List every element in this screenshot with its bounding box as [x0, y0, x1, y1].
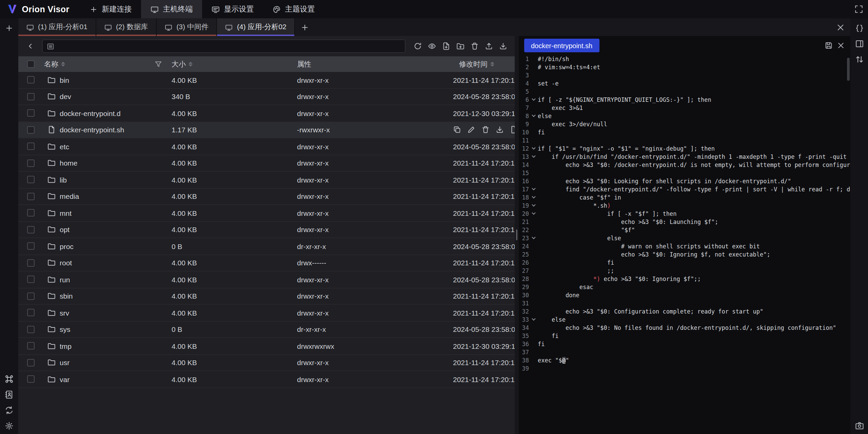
file-name[interactable]: lib: [60, 176, 67, 184]
upload-icon[interactable]: [482, 40, 495, 53]
file-name[interactable]: run: [60, 276, 70, 284]
fold-chevron-icon[interactable]: [529, 234, 538, 242]
row-checkbox[interactable]: [27, 326, 34, 333]
copy-icon[interactable]: [453, 126, 461, 134]
sort-name-toggle[interactable]: [61, 62, 65, 67]
file-row-opt[interactable]: opt4.00 KBdrwxr-xr-x2021-11-24 17:20:10: [18, 222, 515, 238]
menu-item-display-settings[interactable]: 显示设置: [202, 0, 263, 18]
file-name[interactable]: dev: [60, 93, 71, 101]
file-name[interactable]: media: [60, 192, 79, 201]
file-row-var[interactable]: var4.00 KBdrwxr-xr-x2021-11-24 17:20:10: [18, 371, 515, 388]
back-button[interactable]: [24, 40, 37, 53]
file-name[interactable]: srv: [60, 309, 69, 317]
menu-item-theme-settings[interactable]: 主题设置: [263, 0, 324, 18]
braces-icon[interactable]: [855, 24, 864, 33]
sync-icon[interactable]: [5, 405, 14, 414]
file-name[interactable]: sys: [60, 325, 71, 334]
row-checkbox[interactable]: [27, 243, 34, 250]
row-checkbox[interactable]: [27, 276, 34, 283]
file-row-home[interactable]: home4.00 KBdrwxr-xr-x2021-11-24 17:20:10: [18, 155, 515, 172]
row-checkbox[interactable]: [27, 293, 34, 300]
fold-chevron-icon[interactable]: [529, 112, 538, 120]
fold-chevron-icon[interactable]: [529, 316, 538, 324]
close-editor-icon[interactable]: [837, 41, 845, 50]
gear-icon[interactable]: [5, 421, 14, 430]
file-name[interactable]: usr: [60, 359, 70, 367]
camera-icon[interactable]: [855, 421, 864, 430]
terminal-tab-3[interactable]: (3) 中间件: [157, 18, 217, 36]
file-name[interactable]: docker-entrypoint.d: [60, 109, 121, 117]
file-name[interactable]: etc: [60, 143, 69, 151]
sort-size-toggle[interactable]: [189, 62, 193, 67]
row-checkbox[interactable]: [27, 93, 34, 100]
download-icon[interactable]: [496, 40, 509, 53]
file-row-etc[interactable]: etc4.00 KBdrwxr-xr-x2024-05-28 23:58:02: [18, 138, 515, 155]
file-row-docker-entrypoint.sh[interactable]: docker-entrypoint.sh1.17 KB-rwxrwxr-x: [18, 122, 515, 138]
editor-scrollbar[interactable]: [847, 56, 850, 434]
file-row-sbin[interactable]: sbin4.00 KBdrwxr-xr-x2021-11-24 17:20:10: [18, 288, 515, 305]
file-name[interactable]: docker-entrypoint.sh: [60, 126, 124, 134]
terminal-tab-4[interactable]: (4) 应用-分析02: [217, 18, 295, 36]
edit-icon[interactable]: [467, 126, 475, 134]
file-row-sys[interactable]: sys0 Bdr-xr-xr-x2024-05-28 23:58:02: [18, 321, 515, 338]
file-name[interactable]: proc: [60, 242, 74, 250]
fullscreen-icon[interactable]: [854, 5, 863, 14]
path-input[interactable]: [58, 42, 401, 50]
file-name[interactable]: var: [60, 375, 70, 383]
row-checkbox[interactable]: [27, 342, 34, 350]
fold-chevron-icon[interactable]: [529, 185, 538, 193]
row-checkbox[interactable]: [27, 376, 34, 383]
file-row-usr[interactable]: usr4.00 KBdrwxr-xr-x2021-11-24 17:20:10: [18, 355, 515, 371]
file-name[interactable]: home: [60, 159, 78, 167]
close-icon[interactable]: [830, 18, 850, 36]
download-icon[interactable]: [496, 126, 504, 134]
file-row-lib[interactable]: lib4.00 KBdrwxr-xr-x2021-11-24 17:20:10: [18, 172, 515, 188]
file-icon[interactable]: [510, 126, 515, 134]
row-checkbox[interactable]: [27, 259, 34, 267]
terminal-tab-1[interactable]: (1) 应用-分析01: [18, 18, 96, 36]
file-row-proc[interactable]: proc0 Bdr-xr-xr-x2024-05-28 23:58:02: [18, 238, 515, 255]
code-editor[interactable]: 1#!/bin/sh2# vim:sw=4:ts=4:et34set -e56i…: [519, 55, 850, 434]
file-row-root[interactable]: root4.00 KBdrwx------2021-11-24 17:20:10: [18, 255, 515, 271]
fold-chevron-icon[interactable]: [529, 153, 538, 161]
sort-mtime-toggle[interactable]: [490, 62, 494, 67]
file-name[interactable]: sbin: [60, 292, 73, 300]
fold-chevron-icon[interactable]: [529, 202, 538, 210]
row-checkbox[interactable]: [27, 76, 34, 84]
row-checkbox[interactable]: [27, 226, 34, 233]
scrollbar-thumb[interactable]: [847, 58, 850, 81]
file-row-bin[interactable]: bin4.00 KBdrwxr-xr-x2021-11-24 17:20:10: [18, 72, 515, 89]
row-checkbox[interactable]: [27, 209, 34, 217]
fold-chevron-icon[interactable]: [529, 145, 538, 153]
file-row-mnt[interactable]: mnt4.00 KBdrwxr-xr-x2021-11-24 17:20:10: [18, 205, 515, 222]
file-row-dev[interactable]: dev340 Bdrwxr-xr-x2024-05-28 23:58:02: [18, 89, 515, 105]
save-icon[interactable]: [825, 41, 833, 50]
trash-icon[interactable]: [481, 126, 490, 134]
path-field[interactable]: [42, 39, 406, 53]
file-row-srv[interactable]: srv4.00 KBdrwxr-xr-x2021-11-24 17:20:10: [18, 305, 515, 321]
menu-item-new-connection[interactable]: 新建连接: [80, 0, 141, 18]
row-checkbox[interactable]: [27, 176, 34, 184]
file-name[interactable]: bin: [60, 76, 69, 84]
select-all-checkbox[interactable]: [27, 60, 34, 68]
file-row-docker-entrypoint.d[interactable]: docker-entrypoint.d4.00 KBdrwxr-xr-x2021…: [18, 105, 515, 122]
swap-vertical-icon[interactable]: [855, 55, 864, 64]
row-checkbox[interactable]: [27, 126, 34, 134]
fold-chevron-icon[interactable]: [529, 193, 538, 202]
file-plus-icon[interactable]: [439, 40, 452, 53]
file-row-tmp[interactable]: tmp4.00 KBdrwxrwxrwx2021-12-30 03:29:10: [18, 338, 515, 355]
file-name[interactable]: opt: [60, 226, 70, 234]
fold-chevron-icon[interactable]: [529, 210, 538, 218]
fold-chevron-icon[interactable]: [529, 96, 538, 104]
row-checkbox[interactable]: [27, 110, 34, 117]
filter-icon[interactable]: [155, 60, 162, 68]
row-checkbox[interactable]: [27, 359, 34, 366]
file-row-media[interactable]: media4.00 KBdrwxr-xr-x2021-11-24 17:20:1…: [18, 188, 515, 205]
file-name[interactable]: root: [60, 259, 72, 267]
folder-plus-icon[interactable]: [454, 40, 467, 53]
row-checkbox[interactable]: [27, 193, 34, 200]
panel-resizer[interactable]: [515, 36, 519, 434]
refresh-icon[interactable]: [411, 40, 424, 53]
row-checkbox[interactable]: [27, 159, 34, 167]
command-icon[interactable]: [5, 374, 14, 383]
